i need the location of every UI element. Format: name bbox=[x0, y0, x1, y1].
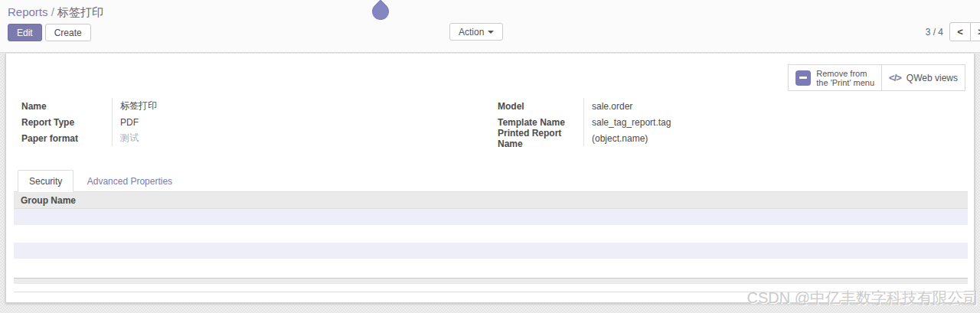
horizontal-scrollbar[interactable] bbox=[14, 278, 968, 284]
pager-next-button[interactable]: > bbox=[970, 22, 980, 41]
breadcrumb: Reports / 标签打印 bbox=[8, 5, 103, 20]
name-field-label: Name bbox=[16, 98, 113, 114]
breadcrumb-current: 标签打印 bbox=[57, 5, 103, 18]
table-row bbox=[14, 226, 968, 243]
stat-buttons: Remove from the 'Print' menu </> QWeb vi… bbox=[788, 64, 965, 91]
remove-from-print-menu-button[interactable]: Remove from the 'Print' menu bbox=[788, 64, 882, 91]
tab-bar: Security Advanced Properties bbox=[14, 170, 968, 192]
form-buttons: Edit Create bbox=[8, 24, 91, 41]
field-row-model: Model sale.order bbox=[492, 98, 822, 114]
pager-previous-button[interactable]: < bbox=[949, 22, 971, 41]
qweb-views-button[interactable]: </> QWeb views bbox=[881, 64, 965, 91]
field-row-report-type: Report Type PDF bbox=[16, 114, 345, 130]
remove-from-print-menu-label: Remove from the 'Print' menu bbox=[816, 69, 874, 87]
table-row bbox=[14, 209, 968, 226]
model-field-value: sale.order bbox=[584, 101, 632, 112]
tab-security[interactable]: Security bbox=[18, 170, 74, 192]
printed-report-name-field-label: Printed Report Name bbox=[492, 130, 584, 146]
field-row-name: Name 标签打印 bbox=[16, 98, 345, 114]
list-column-header-group-name[interactable]: Group Name bbox=[14, 192, 968, 209]
report-type-field-label: Report Type bbox=[16, 114, 113, 130]
report-type-field-value: PDF bbox=[113, 117, 139, 128]
paper-format-field-label: Paper format bbox=[16, 130, 113, 146]
action-dropdown-button[interactable]: Action bbox=[449, 23, 503, 41]
action-dropdown-label: Action bbox=[459, 27, 484, 37]
minus-icon bbox=[795, 70, 811, 86]
code-icon: </> bbox=[889, 72, 901, 83]
bottom-divider bbox=[14, 292, 968, 292]
control-panel: Reports / 标签打印 Edit Create Action 3 / 4 … bbox=[0, 0, 980, 53]
form-sheet: Remove from the 'Print' menu </> QWeb vi… bbox=[5, 54, 975, 303]
field-row-paper-format: Paper format 测试 bbox=[16, 130, 345, 146]
edit-button[interactable]: Edit bbox=[8, 24, 42, 41]
name-field-value: 标签打印 bbox=[113, 99, 157, 112]
pager-counter: 3 / 4 bbox=[926, 27, 943, 37]
pager: 3 / 4 < > bbox=[926, 22, 980, 41]
odoo-report-form-page: { "colors": { "accent": "#7c7bad", "mute… bbox=[0, 0, 980, 313]
tab-advanced-properties[interactable]: Advanced Properties bbox=[77, 170, 183, 192]
create-button[interactable]: Create bbox=[45, 24, 91, 41]
template-name-field-value: sale_tag_report.tag bbox=[584, 117, 671, 128]
field-group-left: Name 标签打印 Report Type PDF Paper format 测… bbox=[16, 98, 345, 146]
breadcrumb-parent-link[interactable]: Reports bbox=[8, 5, 48, 18]
table-row bbox=[14, 259, 968, 276]
field-row-printed-report-name: Printed Report Name (object.name) bbox=[492, 130, 822, 146]
pager-buttons: < > bbox=[949, 22, 980, 41]
paper-format-field-value[interactable]: 测试 bbox=[113, 132, 139, 145]
field-group-right: Model sale.order Template Name sale_tag_… bbox=[492, 98, 822, 146]
breadcrumb-separator: / bbox=[48, 5, 58, 18]
model-field-label: Model bbox=[492, 98, 584, 114]
caret-down-icon bbox=[488, 31, 494, 34]
notebook: Security Advanced Properties Group Name bbox=[14, 170, 968, 292]
table-row bbox=[14, 243, 968, 259]
printed-report-name-field-value: (object.name) bbox=[584, 133, 648, 144]
qweb-views-label: QWeb views bbox=[906, 73, 958, 83]
